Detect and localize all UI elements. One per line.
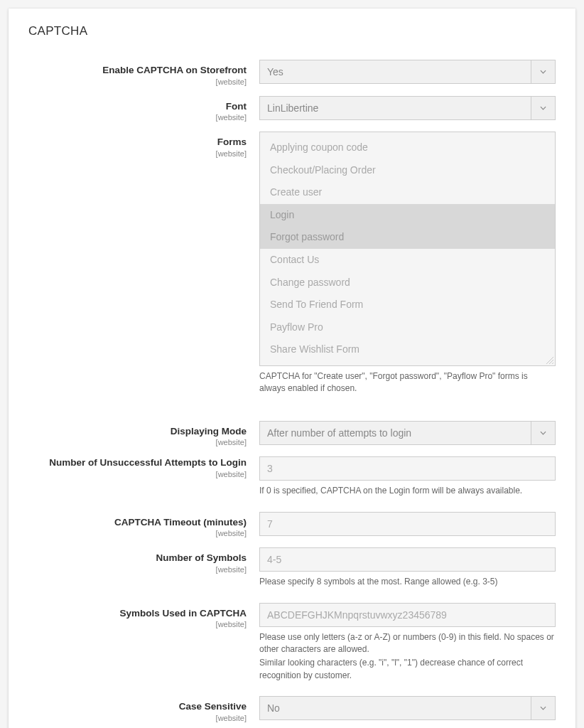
enable-select[interactable]: Yes xyxy=(259,60,556,84)
symbols-count-value: 4-5 xyxy=(267,554,281,565)
mode-select-value: After number of attempts to login xyxy=(260,422,531,444)
resize-handle-icon[interactable] xyxy=(546,357,553,364)
forms-multiselect[interactable]: Applying coupon code Checkout/Placing Or… xyxy=(259,132,556,366)
symbols-count-label: Number of Symbols xyxy=(28,552,247,564)
symbols-count-scope: [website] xyxy=(28,565,247,574)
enable-select-value: Yes xyxy=(260,60,531,83)
font-label: Font xyxy=(28,100,247,113)
forms-option[interactable]: Login xyxy=(260,204,555,227)
attempts-value: 3 xyxy=(267,463,273,474)
mode-label: Displaying Mode xyxy=(28,425,247,438)
caret-down-icon xyxy=(531,422,555,444)
caret-down-icon xyxy=(531,697,555,719)
symbols-used-label: Symbols Used in CAPTCHA xyxy=(28,607,247,620)
case-sensitive-scope: [website] xyxy=(28,714,247,722)
enable-label: Enable CAPTCHA on Storefront xyxy=(28,64,247,77)
symbols-used-scope: [website] xyxy=(28,620,247,628)
forms-option[interactable]: Applying coupon code xyxy=(260,136,555,159)
attempts-scope: [website] xyxy=(28,470,247,478)
forms-scope: [website] xyxy=(28,149,247,158)
symbols-count-note: Please specify 8 symbols at the most. Ra… xyxy=(259,576,556,588)
caret-down-icon xyxy=(531,60,555,83)
symbols-used-value: ABCDEFGHJKMnpqrstuvwxyz23456789 xyxy=(267,609,447,621)
symbols-used-note1: Please use only letters (a-z or A-Z) or … xyxy=(259,631,556,656)
attempts-input[interactable]: 3 xyxy=(259,456,556,481)
forms-option[interactable]: Payflow Pro xyxy=(260,316,555,339)
timeout-label: CAPTCHA Timeout (minutes) xyxy=(28,516,247,529)
forms-option[interactable]: Checkout/Placing Order xyxy=(260,159,555,182)
timeout-input[interactable]: 7 xyxy=(259,512,556,536)
forms-option[interactable]: Change password xyxy=(260,272,555,294)
case-sensitive-label: Case Sensitive xyxy=(28,700,247,713)
attempts-note: If 0 is specified, CAPTCHA on the Login … xyxy=(259,485,556,497)
section-title: CAPTCHA xyxy=(28,24,556,38)
attempts-label: Number of Unsuccessful Attempts to Login xyxy=(28,456,247,469)
timeout-scope: [website] xyxy=(28,529,247,537)
font-select-value: LinLibertine xyxy=(260,97,531,119)
mode-scope: [website] xyxy=(28,438,247,446)
enable-scope: [website] xyxy=(28,77,247,86)
forms-label: Forms xyxy=(28,136,247,149)
case-sensitive-select[interactable]: No xyxy=(259,696,556,720)
font-select[interactable]: LinLibertine xyxy=(259,96,556,120)
forms-option[interactable]: Contact Us xyxy=(260,249,555,272)
symbols-count-input[interactable]: 4-5 xyxy=(259,547,556,572)
case-sensitive-value: No xyxy=(260,697,531,719)
forms-option[interactable]: Share Wishlist Form xyxy=(260,338,555,361)
forms-note: CAPTCHA for "Create user", "Forgot passw… xyxy=(259,370,556,395)
forms-option[interactable]: Send To Friend Form xyxy=(260,294,555,316)
timeout-value: 7 xyxy=(267,518,273,530)
mode-select[interactable]: After number of attempts to login xyxy=(259,421,556,445)
caret-down-icon xyxy=(531,97,555,119)
forms-option[interactable]: Forgot password xyxy=(260,226,555,249)
forms-option[interactable]: Create user xyxy=(260,181,555,204)
font-scope: [website] xyxy=(28,113,247,122)
symbols-used-input[interactable]: ABCDEFGHJKMnpqrstuvwxyz23456789 xyxy=(259,603,556,627)
symbols-used-note2: Similar looking characters (e.g. "i", "l… xyxy=(259,657,556,682)
